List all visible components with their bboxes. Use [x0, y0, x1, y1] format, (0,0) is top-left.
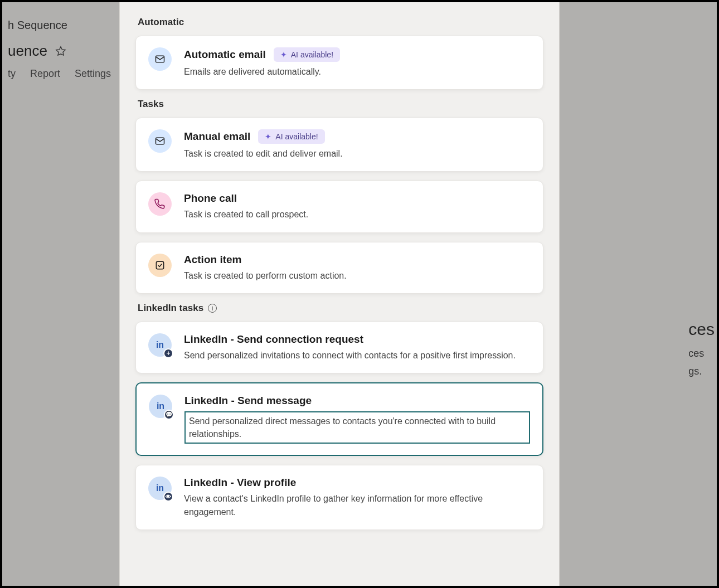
ai-available-badge: ✦ AI available! [274, 47, 340, 62]
breadcrumb: h Sequence [8, 19, 67, 32]
background-right-text: ces ces gs. [688, 314, 715, 381]
section-label-tasks: Tasks [138, 99, 543, 110]
linkedin-icon: in 💬 [149, 395, 172, 418]
card-title: Action item [184, 254, 241, 266]
card-title: Automatic email [184, 48, 266, 61]
checkbox-icon [148, 254, 172, 277]
step-type-panel: Automatic Automatic email ✦ AI available… [119, 2, 560, 586]
info-icon[interactable]: i [208, 304, 217, 313]
ai-badge-label: AI available! [291, 50, 333, 59]
card-title: LinkedIn - Send message [184, 395, 312, 407]
card-linkedin-connection-request[interactable]: in + LinkedIn - Send connection request … [135, 322, 543, 373]
plus-badge-icon: + [163, 348, 173, 358]
tab-report[interactable]: Report [30, 68, 60, 80]
bg-text-line: gs. [688, 362, 715, 380]
page-title: uence [8, 42, 47, 60]
sparkle-icon: ✦ [280, 50, 287, 59]
linkedin-icon: in 👁 [148, 477, 172, 500]
ai-available-badge: ✦ AI available! [258, 129, 324, 144]
card-automatic-email[interactable]: Automatic email ✦ AI available! Emails a… [135, 36, 543, 90]
linkedin-icon-text: in [156, 483, 164, 493]
eye-badge-icon: 👁 [163, 492, 173, 502]
message-badge-icon: 💬 [164, 410, 174, 420]
card-description: Task is created to perform custom action… [184, 269, 531, 282]
ai-badge-label: AI available! [275, 132, 318, 141]
card-title: Phone call [184, 192, 237, 205]
background-tabs: ty Report Settings [8, 68, 111, 80]
card-title: Manual email [184, 130, 250, 143]
highlighted-description: Send personalized direct messages to con… [184, 411, 530, 444]
tab-activity[interactable]: ty [8, 68, 16, 80]
card-title: LinkedIn - Send connection request [184, 333, 363, 346]
bg-text-line: ces [688, 314, 715, 344]
card-manual-email[interactable]: Manual email ✦ AI available! Task is cre… [135, 118, 543, 172]
card-description: Task is created to edit and deliver emai… [184, 147, 531, 160]
linkedin-icon: in + [148, 333, 172, 357]
section-label-text: LinkedIn tasks [138, 303, 203, 314]
section-label-linkedin: LinkedIn tasks i [138, 303, 543, 314]
tab-settings[interactable]: Settings [75, 68, 111, 80]
favorite-star-icon[interactable] [55, 46, 66, 57]
bg-text-line: ces [688, 344, 715, 362]
linkedin-icon-text: in [156, 340, 164, 350]
sparkle-icon: ✦ [265, 132, 271, 141]
card-linkedin-send-message[interactable]: in 💬 LinkedIn - Send message Send person… [135, 382, 543, 456]
email-icon [148, 129, 172, 153]
card-description: View a contact's LinkedIn profile to gat… [184, 492, 531, 518]
card-description: Send personalized direct messages to con… [184, 410, 530, 444]
linkedin-icon-text: in [157, 401, 164, 411]
card-description: Task is created to call prospect. [184, 208, 531, 221]
card-action-item[interactable]: Action item Task is created to perform c… [135, 242, 543, 294]
card-title: LinkedIn - View profile [184, 477, 296, 489]
card-linkedin-view-profile[interactable]: in 👁 LinkedIn - View profile View a cont… [135, 465, 543, 529]
section-label-automatic: Automatic [138, 17, 543, 28]
phone-icon [148, 192, 172, 216]
page-title-row: uence [8, 42, 66, 60]
card-description: Emails are delivered automatically. [184, 65, 531, 78]
email-icon [148, 47, 172, 71]
card-description: Send personalized invitations to connect… [184, 349, 531, 362]
svg-rect-2 [156, 261, 163, 269]
card-phone-call[interactable]: Phone call Task is created to call prosp… [135, 181, 543, 232]
